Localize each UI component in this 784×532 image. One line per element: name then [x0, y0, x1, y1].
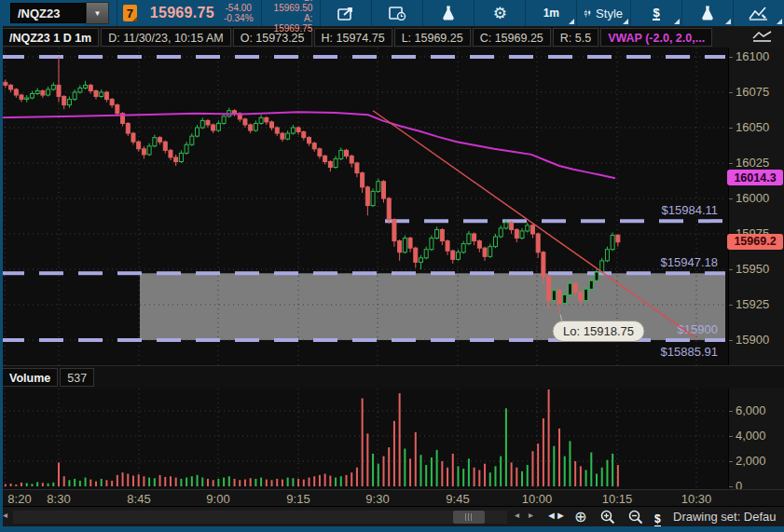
volume-bar: [596, 474, 598, 487]
candle-body: [461, 244, 465, 252]
symbol-input[interactable]: /NQZ23: [10, 3, 86, 23]
watchlist-link-badge[interactable]: 7: [123, 5, 137, 21]
volume-bar: [228, 476, 230, 486]
line-chart-icon: [752, 30, 773, 43]
candle-body: [147, 146, 151, 155]
vwap-study-label[interactable]: VWAP (-2.0, 2.0,...: [600, 28, 712, 47]
candle-body: [312, 143, 316, 149]
candle-body: [573, 283, 577, 292]
scroll-left-arrow[interactable]: ◂: [3, 510, 7, 520]
volume-bar: [191, 476, 193, 486]
candle-body: [350, 156, 353, 163]
volume-bar: [457, 466, 459, 486]
candle-body: [355, 163, 359, 173]
zoom-in-button[interactable]: [600, 510, 615, 528]
scrollbar-track[interactable]: [13, 511, 507, 524]
candle-body: [73, 92, 76, 100]
drawings-button[interactable]: [734, 0, 784, 26]
candle-body: [212, 125, 215, 130]
candle-body: [398, 241, 402, 252]
volume-bar: [580, 466, 582, 486]
share-button[interactable]: [321, 0, 372, 26]
volume-bar: [474, 468, 475, 486]
volume-bar: [378, 464, 379, 486]
candle-body: [243, 119, 247, 125]
pan-right-button[interactable]: ▸: [529, 510, 533, 520]
candle-body: [493, 237, 497, 247]
drawing-set-label: Drawing set: Defau: [673, 510, 777, 524]
volume-bar: [207, 479, 209, 486]
last-price-block: 15969.75: [143, 0, 216, 26]
trade-button[interactable]: $: [631, 0, 682, 26]
candle-body: [4, 82, 7, 85]
candle-body: [259, 117, 263, 123]
price-chart-plot[interactable]: $15984.11$15947.18$15900$15885.91Lo: 159…: [0, 48, 728, 365]
candle-body: [473, 234, 476, 241]
volume-bar: [468, 458, 470, 486]
candle-body: [323, 156, 327, 161]
volume-bar: [393, 421, 395, 486]
volume-bar: [309, 478, 310, 486]
volume-bar: [303, 480, 305, 486]
volume-bar: [52, 483, 54, 486]
dollar-icon: $: [654, 512, 661, 527]
last-price-badge: 15969.2: [727, 234, 783, 250]
header-close: C: 15969.25: [473, 28, 551, 47]
volume-plot[interactable]: [0, 389, 728, 489]
change-percent: -0.34%: [224, 13, 254, 23]
volume-bar: [351, 472, 352, 486]
timeframe-label: 1m: [543, 7, 559, 20]
price-axis[interactable]: 1610016075160501602516000159751595015925…: [728, 48, 784, 365]
time-tick-label: 10:00: [522, 492, 553, 506]
studies-button[interactable]: [423, 0, 475, 26]
volume-bar: [122, 472, 124, 486]
buy-sell-button[interactable]: $: [654, 510, 661, 526]
time-axis: 8:208:308:459:009:159:309:4510:0010:1510…: [0, 489, 784, 507]
candle-body: [536, 234, 540, 252]
time-tick-label: 9:30: [365, 492, 389, 506]
volume-value: 537: [60, 368, 94, 387]
candle-body: [424, 250, 428, 258]
candle-body: [100, 92, 103, 97]
candle-body: [408, 239, 412, 249]
fit-width-button[interactable]: ◄►: [546, 510, 565, 521]
candle-body: [504, 223, 508, 228]
scrollbar-thumb[interactable]: [453, 511, 485, 524]
volume-bar: [132, 476, 134, 486]
crosshair-button[interactable]: ⊕: [574, 508, 586, 525]
candle-body: [530, 225, 534, 234]
tick-mark: [729, 92, 733, 93]
volume-bar: [197, 475, 199, 486]
volume-bar: [159, 475, 161, 486]
candle-body: [488, 247, 492, 257]
volume-bar: [548, 389, 550, 486]
change-block: -54.00 -0.34%: [216, 0, 262, 26]
chart-mode-button[interactable]: [749, 28, 777, 44]
candle-body: [568, 283, 571, 294]
timeframe-button[interactable]: 1m: [526, 0, 577, 26]
style-button[interactable]: Style: [577, 0, 631, 26]
reports-button[interactable]: [372, 0, 423, 26]
candle-body: [365, 187, 369, 206]
candle-body: [265, 117, 268, 122]
tick-mark: [729, 57, 733, 58]
volume-bar: [254, 479, 256, 486]
volume-bar: [425, 465, 427, 486]
volume-bar: [127, 474, 129, 487]
candle-body: [371, 191, 375, 205]
pan-left-button[interactable]: ◂: [515, 510, 519, 520]
zoom-out-button[interactable]: [628, 510, 643, 528]
zoom-out-icon: [628, 510, 643, 525]
volume-bar: [415, 432, 417, 486]
settings-button[interactable]: ⚙: [475, 0, 526, 26]
candle-body: [403, 239, 406, 252]
symbol-dropdown-button[interactable]: ▼: [86, 2, 109, 24]
volume-tick-label: 6,000: [736, 403, 766, 417]
tick-mark: [729, 198, 733, 199]
analysis-button[interactable]: [682, 0, 734, 26]
volume-bar: [521, 471, 523, 486]
price-level-label: $15947.18: [661, 255, 718, 269]
candle-body: [318, 149, 322, 157]
candle-body: [281, 133, 284, 139]
volume-bar: [143, 476, 144, 486]
